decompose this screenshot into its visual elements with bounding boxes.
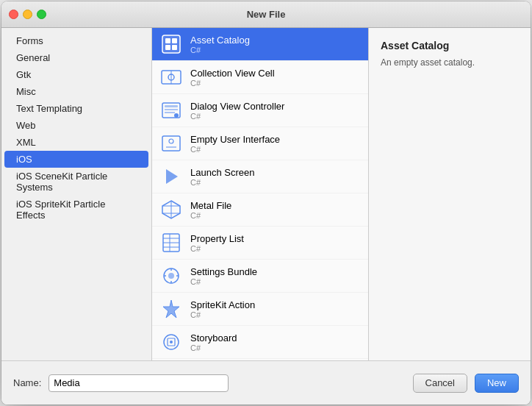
file-subtitle-empty-user-interface: C# bbox=[190, 145, 280, 154]
metal-file-icon bbox=[159, 198, 183, 221]
file-item-storyboard[interactable]: StoryboardC# bbox=[152, 326, 368, 359]
svg-marker-32 bbox=[163, 300, 179, 318]
content-area: FormsGeneralGtkMiscText TemplatingWebXML… bbox=[1, 28, 531, 405]
file-title-settings-bundle: Settings Bundle bbox=[190, 266, 257, 277]
name-label: Name: bbox=[13, 377, 41, 388]
file-subtitle-property-list: C# bbox=[190, 244, 244, 253]
svg-marker-16 bbox=[166, 169, 178, 184]
file-item-settings-bundle[interactable]: Settings BundleC# bbox=[152, 260, 368, 293]
launch-screen-icon bbox=[159, 165, 183, 188]
sidebar-item-xml[interactable]: XML bbox=[4, 134, 148, 151]
file-item-metal-file[interactable]: Metal FileC# bbox=[152, 193, 368, 227]
minimize-button[interactable] bbox=[23, 10, 32, 19]
file-item-launch-screen[interactable]: Launch ScreenC# bbox=[152, 160, 368, 193]
file-subtitle-spritekit-action: C# bbox=[190, 310, 255, 319]
sidebar-item-gtk[interactable]: Gtk bbox=[4, 66, 148, 83]
main-area: FormsGeneralGtkMiscText TemplatingWebXML… bbox=[1, 28, 531, 360]
sidebar-item-forms[interactable]: Forms bbox=[4, 32, 148, 49]
title-bar: New File bbox=[1, 1, 531, 28]
new-button[interactable]: New bbox=[475, 374, 519, 393]
file-subtitle-metal-file: C# bbox=[190, 211, 231, 220]
collection-view-cell-icon bbox=[159, 65, 183, 89]
svg-rect-2 bbox=[172, 38, 177, 43]
file-item-property-list[interactable]: Property ListC# bbox=[152, 227, 368, 260]
svg-rect-4 bbox=[172, 45, 177, 50]
svg-point-35 bbox=[170, 341, 173, 343]
new-file-window: New File FormsGeneralGtkMiscText Templat… bbox=[1, 1, 531, 405]
bottom-bar: Name: Cancel New bbox=[1, 360, 531, 405]
file-title-spritekit-action: SpriteKit Action bbox=[190, 299, 255, 310]
sidebar-item-ios[interactable]: iOS bbox=[4, 151, 148, 168]
sidebar-item-ios-scenekit[interactable]: iOS SceneKit Particle Systems bbox=[4, 168, 148, 196]
spritekit-action-icon bbox=[159, 297, 183, 321]
svg-point-14 bbox=[169, 139, 173, 143]
svg-point-27 bbox=[168, 273, 174, 279]
close-button[interactable] bbox=[9, 10, 18, 19]
property-list-icon bbox=[159, 231, 183, 254]
cancel-button[interactable]: Cancel bbox=[413, 374, 467, 393]
empty-user-interface-icon bbox=[159, 132, 183, 155]
file-title-collection-view-cell: Collection View Cell bbox=[190, 68, 275, 79]
file-subtitle-storyboard: C# bbox=[190, 343, 237, 352]
file-item-asset-catalog[interactable]: Asset CatalogC# bbox=[152, 28, 368, 61]
settings-bundle-icon bbox=[159, 264, 183, 288]
maximize-button[interactable] bbox=[37, 10, 46, 19]
file-item-collection-view-cell[interactable]: Collection View CellC# bbox=[152, 61, 368, 94]
file-subtitle-asset-catalog: C# bbox=[190, 46, 250, 54]
file-title-storyboard: Storyboard bbox=[190, 332, 237, 343]
file-subtitle-settings-bundle: C# bbox=[190, 277, 257, 286]
svg-rect-9 bbox=[165, 105, 178, 107]
file-subtitle-dialog-view-controller: C# bbox=[190, 112, 284, 121]
sidebar-item-misc[interactable]: Misc bbox=[4, 83, 148, 100]
storyboard-icon bbox=[159, 330, 183, 354]
file-title-dialog-view-controller: Dialog View Controller bbox=[190, 101, 284, 112]
sidebar-item-ios-spritekit[interactable]: iOS SpriteKit Particle Effects bbox=[4, 196, 148, 224]
sidebar-item-web[interactable]: Web bbox=[4, 117, 148, 134]
file-title-metal-file: Metal File bbox=[190, 200, 231, 211]
file-subtitle-launch-screen: C# bbox=[190, 178, 254, 187]
dialog-view-controller-icon bbox=[159, 99, 183, 122]
file-title-empty-user-interface: Empty User Interface bbox=[190, 134, 280, 145]
file-title-launch-screen: Launch Screen bbox=[190, 167, 254, 178]
file-subtitle-collection-view-cell: C# bbox=[190, 79, 275, 88]
asset-catalog-icon bbox=[159, 32, 183, 56]
file-item-empty-user-interface[interactable]: Empty User InterfaceC# bbox=[152, 127, 368, 160]
svg-rect-3 bbox=[165, 45, 170, 50]
svg-rect-1 bbox=[165, 38, 170, 43]
detail-title: Asset Catalog bbox=[381, 40, 519, 51]
file-item-spritekit-action[interactable]: SpriteKit ActionC# bbox=[152, 293, 368, 326]
detail-panel: Asset Catalog An empty asset catalog. bbox=[369, 28, 531, 360]
window-title: New File bbox=[247, 9, 286, 20]
file-list: Asset CatalogC# Collection View CellC# D… bbox=[152, 28, 369, 360]
title-bar-buttons bbox=[9, 10, 46, 19]
sidebar-item-text-templating[interactable]: Text Templating bbox=[4, 100, 148, 117]
file-item-dialog-view-controller[interactable]: Dialog View ControllerC# bbox=[152, 94, 368, 127]
name-input[interactable] bbox=[48, 374, 229, 392]
sidebar: FormsGeneralGtkMiscText TemplatingWebXML… bbox=[1, 28, 152, 360]
detail-description: An empty asset catalog. bbox=[381, 56, 519, 69]
file-title-property-list: Property List bbox=[190, 233, 244, 244]
svg-point-12 bbox=[174, 113, 179, 118]
file-title-asset-catalog: Asset Catalog bbox=[190, 35, 250, 46]
svg-rect-0 bbox=[162, 35, 180, 53]
sidebar-item-general[interactable]: General bbox=[4, 49, 148, 66]
